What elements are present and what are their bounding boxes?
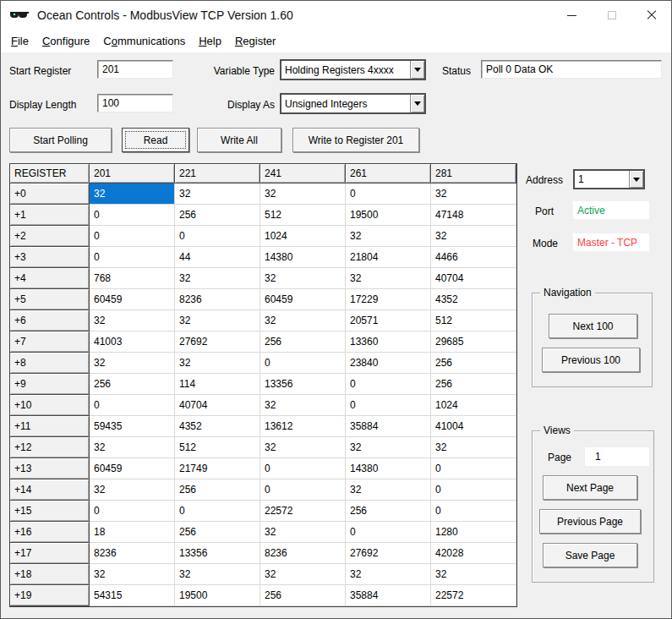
data-cell[interactable]: 32 [260, 184, 346, 205]
data-cell[interactable]: 19500 [175, 585, 260, 606]
data-cell[interactable]: 14380 [346, 458, 431, 479]
data-cell[interactable]: 32 [90, 310, 175, 331]
data-cell[interactable]: 0 [346, 395, 431, 416]
data-cell[interactable]: 0 [175, 501, 260, 522]
data-cell[interactable]: 22572 [260, 501, 346, 522]
display-length-input[interactable] [97, 94, 173, 112]
data-cell[interactable]: 23840 [346, 353, 431, 374]
start-polling-button[interactable]: Start Polling [9, 128, 112, 152]
data-cell[interactable]: 19500 [346, 205, 431, 226]
display-as-dropdown-button[interactable] [410, 95, 424, 112]
data-cell[interactable]: 32 [90, 353, 175, 374]
previous-100-button[interactable]: Previous 100 [542, 348, 640, 372]
data-cell[interactable]: 32 [90, 437, 175, 458]
menu-configure[interactable]: Configure [36, 32, 96, 50]
next-page-button[interactable]: Next Page [543, 475, 637, 500]
data-cell[interactable]: 512 [260, 205, 346, 226]
data-cell[interactable]: 41004 [431, 416, 516, 437]
data-cell[interactable]: 32 [175, 353, 260, 374]
variable-type-dropdown-button[interactable] [410, 61, 424, 79]
data-cell[interactable]: 32 [346, 268, 431, 289]
read-button[interactable]: Read [122, 128, 189, 152]
maximize-button[interactable] [592, 1, 631, 30]
display-as-dropdown[interactable]: Unsigned Integers [280, 93, 426, 114]
data-cell[interactable]: 13356 [260, 374, 346, 395]
menu-communications[interactable]: Communications [96, 32, 192, 50]
data-cell[interactable]: 32 [175, 564, 260, 585]
data-cell[interactable]: 256 [260, 585, 346, 606]
data-cell[interactable]: 29685 [431, 331, 516, 353]
data-cell[interactable]: 32 [260, 310, 346, 331]
data-cell[interactable]: 32 [175, 310, 260, 331]
data-cell[interactable]: 0 [260, 458, 346, 479]
data-cell[interactable]: 256 [175, 205, 260, 226]
data-cell[interactable]: 32 [260, 268, 346, 289]
address-dropdown-button[interactable] [629, 171, 643, 188]
data-cell[interactable]: 21749 [175, 458, 260, 479]
page-input[interactable] [585, 447, 649, 466]
data-cell[interactable]: 35884 [346, 585, 431, 606]
data-cell[interactable]: 32 [260, 437, 346, 458]
data-cell[interactable]: 47148 [431, 205, 516, 226]
data-cell[interactable]: 54315 [90, 585, 175, 606]
data-cell[interactable]: 20571 [346, 310, 431, 331]
data-cell[interactable]: 32 [260, 522, 346, 543]
data-cell[interactable]: 0 [346, 522, 431, 543]
data-cell[interactable]: 32 [431, 226, 516, 247]
data-cell[interactable]: 44 [175, 247, 260, 268]
save-page-button[interactable]: Save Page [543, 543, 637, 567]
data-cell[interactable]: 1280 [431, 522, 516, 543]
data-cell[interactable]: 0 [260, 353, 346, 374]
menu-help[interactable]: Help [192, 32, 228, 50]
data-cell[interactable]: 4352 [431, 289, 516, 310]
address-dropdown[interactable]: 1 [573, 169, 645, 189]
data-cell[interactable]: 1024 [431, 395, 516, 416]
data-cell[interactable]: 60459 [90, 289, 175, 310]
data-cell[interactable]: 27692 [346, 543, 431, 564]
data-cell[interactable]: 256 [260, 331, 346, 353]
data-cell[interactable]: 256 [346, 501, 431, 522]
data-cell[interactable]: 0 [90, 226, 175, 247]
data-cell[interactable]: 14380 [260, 247, 346, 268]
data-cell[interactable]: 17229 [346, 289, 431, 310]
data-cell[interactable]: 0 [175, 226, 260, 247]
data-cell[interactable]: 35884 [346, 416, 431, 437]
minimize-button[interactable] [552, 1, 592, 30]
variable-type-dropdown[interactable]: Holding Registers 4xxxx [280, 59, 426, 80]
data-cell[interactable]: 32 [431, 437, 516, 458]
data-cell[interactable]: 8236 [90, 543, 175, 564]
data-cell[interactable]: 59435 [90, 416, 175, 437]
write-to-register-button[interactable]: Write to Register 201 [292, 128, 419, 152]
data-cell[interactable]: 1024 [260, 226, 346, 247]
data-cell[interactable]: 32 [346, 564, 431, 585]
data-cell[interactable]: 32 [431, 184, 516, 205]
data-cell[interactable]: 512 [175, 437, 260, 458]
data-cell[interactable]: 32 [346, 479, 431, 501]
data-cell[interactable]: 0 [346, 184, 431, 205]
write-all-button[interactable]: Write All [197, 128, 281, 152]
start-register-input[interactable] [97, 60, 173, 79]
data-cell[interactable]: 0 [346, 374, 431, 395]
data-cell[interactable]: 0 [90, 501, 175, 522]
data-cell[interactable]: 60459 [260, 289, 346, 310]
data-cell[interactable]: 768 [90, 268, 175, 289]
data-cell[interactable]: 21804 [346, 247, 431, 268]
data-cell[interactable]: 32 [90, 564, 175, 585]
menu-register[interactable]: Register [228, 32, 282, 50]
data-cell[interactable]: 256 [431, 374, 516, 395]
data-cell[interactable]: 256 [431, 353, 516, 374]
data-cell[interactable]: 256 [90, 374, 175, 395]
menu-file[interactable]: File [4, 32, 36, 50]
status-field[interactable] [481, 60, 662, 79]
next-100-button[interactable]: Next 100 [549, 314, 637, 338]
data-cell[interactable]: 256 [175, 479, 260, 501]
data-cell[interactable]: 32 [431, 564, 516, 585]
data-cell[interactable]: 32 [90, 184, 175, 205]
data-cell[interactable]: 32 [175, 268, 260, 289]
data-cell[interactable]: 32 [346, 437, 431, 458]
data-cell[interactable]: 4352 [175, 416, 260, 437]
data-cell[interactable]: 32 [260, 395, 346, 416]
data-cell[interactable]: 8236 [260, 543, 346, 564]
data-cell[interactable]: 32 [346, 226, 431, 247]
data-cell[interactable]: 114 [175, 374, 260, 395]
